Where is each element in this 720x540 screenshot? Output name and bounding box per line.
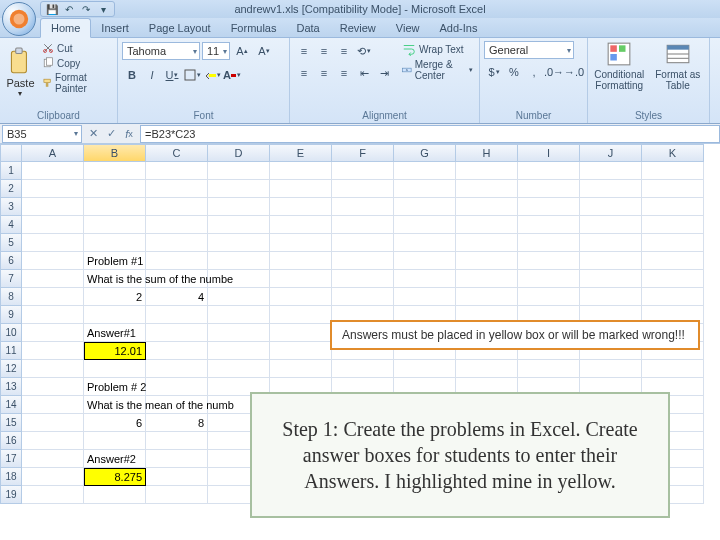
- cell-d9[interactable]: [208, 306, 270, 324]
- cell-h1[interactable]: [456, 162, 518, 180]
- cell-f2[interactable]: [332, 180, 394, 198]
- cell-d12[interactable]: [208, 360, 270, 378]
- office-button[interactable]: [2, 2, 36, 36]
- tab-home[interactable]: Home: [40, 18, 91, 38]
- decrease-decimal-button[interactable]: →.0: [564, 62, 584, 82]
- row-header-14[interactable]: 14: [0, 396, 22, 414]
- cell-b3[interactable]: [84, 198, 146, 216]
- cell-d4[interactable]: [208, 216, 270, 234]
- cell-c17[interactable]: [146, 450, 208, 468]
- qat-dropdown-icon[interactable]: ▾: [96, 2, 110, 16]
- cell-i1[interactable]: [518, 162, 580, 180]
- cell-d5[interactable]: [208, 234, 270, 252]
- cell-j4[interactable]: [580, 216, 642, 234]
- tab-formulas[interactable]: Formulas: [221, 19, 287, 37]
- cancel-formula-button[interactable]: ✕: [84, 125, 102, 143]
- cell-j7[interactable]: [580, 270, 642, 288]
- cell-h3[interactable]: [456, 198, 518, 216]
- name-box[interactable]: B35: [2, 125, 82, 143]
- cell-d1[interactable]: [208, 162, 270, 180]
- row-header-10[interactable]: 10: [0, 324, 22, 342]
- cell-i4[interactable]: [518, 216, 580, 234]
- shrink-font-button[interactable]: A▾: [254, 41, 274, 61]
- cell-a9[interactable]: [22, 306, 84, 324]
- cell-e9[interactable]: [270, 306, 332, 324]
- fx-button[interactable]: fx: [120, 125, 138, 143]
- cell-e8[interactable]: [270, 288, 332, 306]
- increase-decimal-button[interactable]: .0→: [544, 62, 564, 82]
- cell-c2[interactable]: [146, 180, 208, 198]
- cell-k12[interactable]: [642, 360, 704, 378]
- cell-j3[interactable]: [580, 198, 642, 216]
- cell-a2[interactable]: [22, 180, 84, 198]
- cell-b9[interactable]: [84, 306, 146, 324]
- cell-c8[interactable]: 4: [146, 288, 208, 306]
- cell-f5[interactable]: [332, 234, 394, 252]
- column-header-h[interactable]: H: [456, 144, 518, 162]
- row-header-2[interactable]: 2: [0, 180, 22, 198]
- row-header-6[interactable]: 6: [0, 252, 22, 270]
- cell-c11[interactable]: [146, 342, 208, 360]
- cell-g8[interactable]: [394, 288, 456, 306]
- cell-a15[interactable]: [22, 414, 84, 432]
- paste-button[interactable]: Paste ▾: [4, 41, 37, 103]
- row-header-8[interactable]: 8: [0, 288, 22, 306]
- enter-formula-button[interactable]: ✓: [102, 125, 120, 143]
- cell-h12[interactable]: [456, 360, 518, 378]
- cell-b19[interactable]: [84, 486, 146, 504]
- cell-h7[interactable]: [456, 270, 518, 288]
- cell-i6[interactable]: [518, 252, 580, 270]
- border-button[interactable]: [182, 65, 202, 85]
- column-header-b[interactable]: B: [84, 144, 146, 162]
- grow-font-button[interactable]: A▴: [232, 41, 252, 61]
- cell-d6[interactable]: [208, 252, 270, 270]
- copy-button[interactable]: Copy: [40, 56, 113, 70]
- column-header-g[interactable]: G: [394, 144, 456, 162]
- cell-d10[interactable]: [208, 324, 270, 342]
- cell-e10[interactable]: [270, 324, 332, 342]
- cell-c9[interactable]: [146, 306, 208, 324]
- cell-f12[interactable]: [332, 360, 394, 378]
- font-color-button[interactable]: A: [222, 65, 242, 85]
- cell-b11[interactable]: 12.01: [84, 342, 146, 360]
- tab-review[interactable]: Review: [330, 19, 386, 37]
- cell-b4[interactable]: [84, 216, 146, 234]
- cell-e6[interactable]: [270, 252, 332, 270]
- cell-b8[interactable]: 2: [84, 288, 146, 306]
- align-left-button[interactable]: ≡: [294, 63, 314, 83]
- tab-view[interactable]: View: [386, 19, 430, 37]
- cell-b18[interactable]: 8.275: [84, 468, 146, 486]
- cell-d3[interactable]: [208, 198, 270, 216]
- row-header-5[interactable]: 5: [0, 234, 22, 252]
- align-center-button[interactable]: ≡: [314, 63, 334, 83]
- cell-h8[interactable]: [456, 288, 518, 306]
- column-header-f[interactable]: F: [332, 144, 394, 162]
- cell-b10[interactable]: Answer#1: [84, 324, 146, 342]
- redo-icon[interactable]: ↷: [79, 2, 93, 16]
- cell-h5[interactable]: [456, 234, 518, 252]
- cell-b2[interactable]: [84, 180, 146, 198]
- cell-c16[interactable]: [146, 432, 208, 450]
- cell-b12[interactable]: [84, 360, 146, 378]
- cell-c12[interactable]: [146, 360, 208, 378]
- underline-button[interactable]: U: [162, 65, 182, 85]
- align-right-button[interactable]: ≡: [334, 63, 354, 83]
- cell-b17[interactable]: Answer#2: [84, 450, 146, 468]
- row-header-3[interactable]: 3: [0, 198, 22, 216]
- cell-a19[interactable]: [22, 486, 84, 504]
- cell-e11[interactable]: [270, 342, 332, 360]
- cell-k2[interactable]: [642, 180, 704, 198]
- cell-i8[interactable]: [518, 288, 580, 306]
- cell-f3[interactable]: [332, 198, 394, 216]
- cell-k3[interactable]: [642, 198, 704, 216]
- cell-k5[interactable]: [642, 234, 704, 252]
- cell-d2[interactable]: [208, 180, 270, 198]
- indent-right-button[interactable]: ⇥: [374, 63, 394, 83]
- cell-f6[interactable]: [332, 252, 394, 270]
- row-header-12[interactable]: 12: [0, 360, 22, 378]
- fill-color-button[interactable]: [202, 65, 222, 85]
- cell-a11[interactable]: [22, 342, 84, 360]
- column-header-k[interactable]: K: [642, 144, 704, 162]
- cell-a14[interactable]: [22, 396, 84, 414]
- cell-b14[interactable]: What is the mean of the numb: [84, 396, 146, 414]
